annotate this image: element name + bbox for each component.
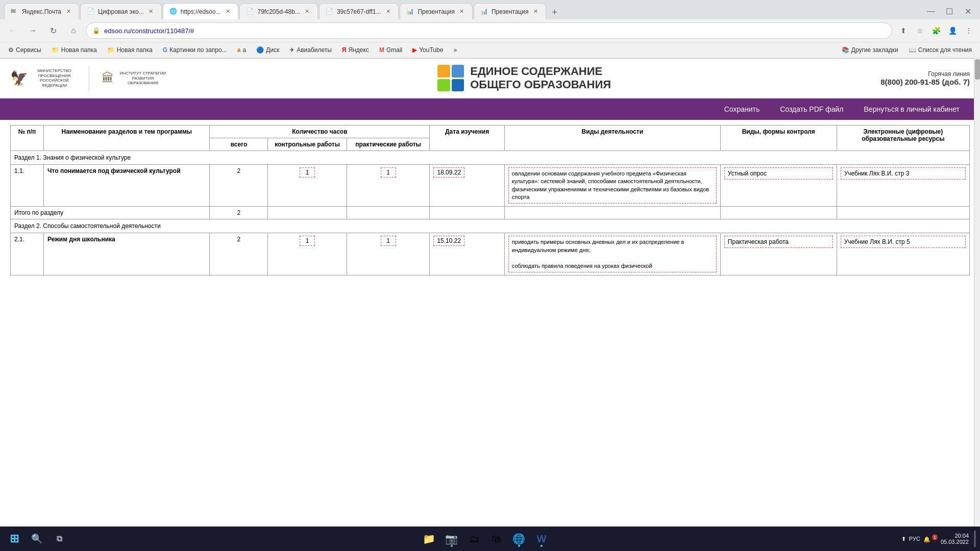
taskbar-explorer[interactable]: 📁 <box>419 529 439 549</box>
tab-close-6[interactable]: ✕ <box>458 8 466 16</box>
taskbar-word[interactable]: W <box>531 529 552 549</box>
extensions-icon[interactable]: 🧩 <box>929 23 943 38</box>
bookmark-reading[interactable]: 📖 Список для чтения <box>904 45 976 55</box>
cell-activity-2-1: приводить примеры основных дневных дел и… <box>504 233 720 276</box>
bookmark-icon[interactable]: ☆ <box>913 23 927 38</box>
show-desktop-button[interactable] <box>974 531 976 547</box>
taskbar-files[interactable]: 🗂 <box>464 529 484 549</box>
nav-pdf[interactable]: Создать PDF файл <box>780 105 843 113</box>
close-window-button[interactable]: ✕ <box>960 3 976 19</box>
store-icon: 🛍 <box>492 533 502 545</box>
notification-badge: 1 <box>932 534 938 540</box>
dashed-activity-1-1[interactable]: овладении основами содержания учебного п… <box>508 167 717 204</box>
tab-close-4[interactable]: ✕ <box>303 8 311 16</box>
tab-favicon-2: 📄 <box>87 8 95 16</box>
task-view-button[interactable]: ⧉ <box>49 529 69 549</box>
dashed-practice-1-1[interactable]: 1 <box>381 167 396 178</box>
tab-close-1[interactable]: ✕ <box>64 8 72 16</box>
bookmark-label-google: Картинки по запро... <box>169 46 227 54</box>
bookmark-favicon-google: G <box>163 46 167 54</box>
bookmark-youtube[interactable]: ▶ YouTube <box>408 45 447 55</box>
tab-6[interactable]: 📊 Презентация ✕ <box>400 3 473 19</box>
dashed-resource-1-1[interactable]: Учебник Лях В.И. стр 3 <box>841 167 966 180</box>
minimize-window-button[interactable]: — <box>923 3 939 19</box>
tab-label-7: Презентация <box>492 8 529 15</box>
share-icon[interactable]: ⬆ <box>896 23 911 38</box>
bookmark-yandex[interactable]: Я Яндекс <box>338 45 373 55</box>
bookmark-label-folder1: Новая папка <box>61 46 97 54</box>
dashed-date-2-1[interactable]: 15.10.22 <box>433 236 464 246</box>
dashed-control-type-1-1[interactable]: Устный опрос <box>724 167 833 180</box>
bookmark-gmail[interactable]: M Gmail <box>375 45 406 55</box>
cell-resource-2-1: Учебние Лях В.И. стр 5 <box>837 233 969 276</box>
cell-resource-1-1: Учебник Лях В.И. стр 3 <box>837 164 969 207</box>
logo-grid <box>437 65 464 91</box>
taskbar-store[interactable]: 🛍 <box>486 529 507 549</box>
dashed-practice-2-1[interactable]: 1 <box>381 236 396 246</box>
tab-3[interactable]: 🌐 https://edsoo... ✕ <box>163 3 239 19</box>
clock-time: 20:04 <box>941 533 969 539</box>
address-bar[interactable]: 🔒 edsoo.ru/constructor/110487/# <box>86 22 892 39</box>
institute-name: ИНСТИТУТ СТРАТЕГИИ РАЗВИТИЯ ОБРАЗОВАНИЯ <box>118 71 168 86</box>
dashed-control-1-1[interactable]: 1 <box>300 167 315 178</box>
bookmark-servisy[interactable]: ⚙ Сервисы <box>4 45 45 55</box>
cell-date-1-1: 18.09.22 <box>430 164 504 207</box>
bookmark-favicon-gmail: M <box>379 46 384 54</box>
dashed-date-1-1[interactable]: 18.09.22 <box>433 167 464 178</box>
scrollbar-thumb[interactable] <box>975 59 980 80</box>
tab-1[interactable]: ✉ Яндекс.Почта ✕ <box>4 3 79 19</box>
start-button[interactable]: ⊞ <box>4 529 24 549</box>
bookmark-disk[interactable]: 🔵 Диск <box>252 45 283 55</box>
logos-area: 🦅 МИНИСТЕРСТВО ПРОСВЕЩЕНИЯ РОССИЙСКОЙ ФЕ… <box>10 65 168 91</box>
tab-close-5[interactable]: ✕ <box>384 8 392 16</box>
bookmark-favicon-servisy: ⚙ <box>8 46 14 54</box>
taskbar-chrome[interactable]: 🌐 <box>509 529 529 549</box>
reload-button[interactable]: ↻ <box>45 22 61 39</box>
bookmark-folder2[interactable]: 📁 Новая папка <box>103 45 157 55</box>
home-button[interactable]: ⌂ <box>65 22 82 39</box>
header-hours-control: контрольные работы <box>268 138 347 151</box>
cell-name-2-1: Режим дня школьника <box>44 233 210 276</box>
dashed-activity-2-1[interactable]: приводить примеры основных дневных дел и… <box>508 236 717 272</box>
dashed-resource-2-1[interactable]: Учебние Лях В.И. стр 5 <box>841 236 966 248</box>
bookmark-a[interactable]: a a <box>233 45 250 55</box>
new-tab-button[interactable]: + <box>547 5 561 19</box>
search-button[interactable]: 🔍 <box>27 529 47 549</box>
dashed-control-2-1[interactable]: 1 <box>300 236 315 246</box>
total-label-1: Итого по разделу <box>11 207 210 219</box>
tab-4[interactable]: 📄 79fc205d-48b... ✕ <box>239 3 317 19</box>
header-num: № п/п <box>11 125 44 151</box>
cell-hours-practice-1-1: 1 <box>347 164 430 207</box>
header-hours-group: Количество часов <box>210 125 430 138</box>
back-button[interactable]: ← <box>4 22 20 39</box>
lock-icon: 🔒 <box>92 27 100 34</box>
cell-num-2-1: 2.1. <box>11 233 44 276</box>
maximize-window-button[interactable]: ☐ <box>941 3 958 19</box>
bookmark-favicon-yandex: Я <box>342 46 347 54</box>
tab-close-2[interactable]: ✕ <box>147 8 155 16</box>
taskbar-webcam[interactable]: 📷 <box>442 529 462 549</box>
bookmark-google[interactable]: G Картинки по запро... <box>159 45 231 55</box>
taskbar-clock[interactable]: 20:04 05.03.2022 <box>941 533 969 545</box>
bookmark-label-yandex: Яндекс <box>349 46 369 54</box>
bookmark-more[interactable]: » <box>449 45 461 55</box>
nav-cabinet[interactable]: Вернуться в личный кабинет <box>864 105 960 113</box>
tab-5[interactable]: 📄 39c57e67-dff1... ✕ <box>319 3 399 19</box>
tab-7[interactable]: 📊 Презентация ✕ <box>474 3 547 19</box>
grid-pencil <box>437 65 450 78</box>
bookmark-folder1[interactable]: 📁 Новая папка <box>47 45 101 55</box>
dashed-control-type-2-1[interactable]: Практическая работа <box>724 236 833 248</box>
profile-icon[interactable]: 👤 <box>945 23 960 38</box>
tab-2[interactable]: 📄 Цифровая эко... ✕ <box>80 3 162 19</box>
total-blank-5 <box>720 207 837 219</box>
forward-button[interactable]: → <box>24 22 41 39</box>
nav-save[interactable]: Сохранить <box>724 105 760 113</box>
menu-icon[interactable]: ⋮ <box>962 23 976 38</box>
section-label-2: Раздел 2. Способы самостоятельной деятел… <box>11 219 970 233</box>
bookmark-other[interactable]: 📚 Другие закладки <box>838 45 902 55</box>
bookmark-avia[interactable]: ✈ Авиабилеты <box>285 45 336 55</box>
bookmark-favicon-youtube: ▶ <box>412 46 417 54</box>
tab-close-3[interactable]: ✕ <box>224 8 232 16</box>
tab-close-7[interactable]: ✕ <box>531 8 540 16</box>
chrome-icon: 🌐 <box>512 533 525 545</box>
